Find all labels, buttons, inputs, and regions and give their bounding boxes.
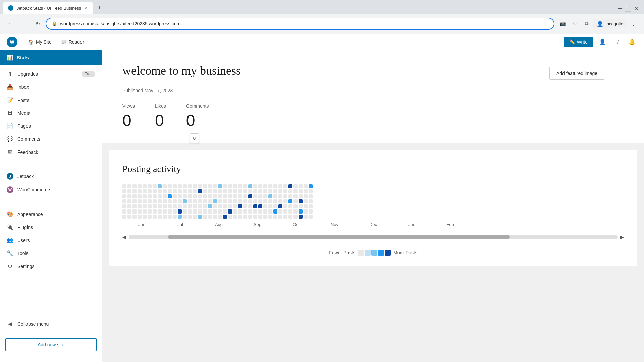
browser-menu-button[interactable]: ⋮ — [628, 18, 639, 29]
incognito-indicator: 👤 Incognito — [593, 19, 627, 28]
week-column — [253, 184, 257, 219]
day-cell — [299, 184, 303, 188]
main-layout: 📊 Stats ⬆ Upgrades Free 📥 Inbox 📝 Posts … — [0, 50, 644, 362]
sidebar-item-stats[interactable]: 📊 Stats — [0, 50, 102, 65]
day-cell — [127, 215, 131, 219]
week-column — [127, 184, 131, 219]
address-bar[interactable]: 🔒 wordpress.com/stats/insights/uifeed202… — [46, 18, 554, 30]
sidebar-item-collapse[interactable]: ◀ Collapse menu — [0, 317, 102, 333]
week-column — [138, 184, 142, 219]
day-cell — [213, 215, 217, 219]
back-button[interactable]: ← — [5, 18, 16, 29]
tab-title: Jetpack Stats ‹ UI Feed Business — [17, 6, 81, 11]
fewer-posts-label: Fewer Posts — [329, 250, 355, 255]
sidebar-item-woocommerce[interactable]: W WooCommerce — [0, 183, 102, 196]
reload-button[interactable]: ↻ — [32, 18, 43, 29]
month-jan: Jan — [392, 222, 431, 227]
help-button[interactable]: ? — [612, 37, 623, 47]
week-column — [173, 184, 177, 219]
day-cell — [138, 215, 142, 219]
scroll-track[interactable] — [129, 235, 618, 239]
sidebar-item-users[interactable]: 👥 Users — [0, 234, 102, 247]
reader-nav-item[interactable]: 📰 Reader — [57, 37, 88, 47]
user-avatar[interactable]: 👤 — [597, 37, 608, 47]
day-cell — [178, 194, 182, 198]
scroll-thumb[interactable] — [168, 235, 510, 239]
stats-label: Stats — [17, 55, 95, 60]
tab-close-button[interactable]: ✕ — [85, 6, 88, 10]
close-window-button[interactable]: ✕ — [634, 6, 639, 12]
new-tab-button[interactable]: + — [93, 2, 105, 14]
scroll-right-arrow[interactable]: ▶ — [620, 234, 624, 240]
feedback-icon: ✉ — [7, 149, 13, 155]
day-cell — [163, 194, 167, 198]
day-cell — [193, 194, 197, 198]
day-cell — [299, 215, 303, 219]
sidebar-item-upgrades[interactable]: ⬆ Upgrades Free — [0, 67, 102, 80]
url-text: wordpress.com/stats/insights/uifeed20235… — [60, 21, 548, 26]
appearance-label: Appearance — [17, 212, 95, 217]
forward-button[interactable]: → — [19, 18, 30, 29]
more-posts-label: More Posts — [393, 250, 417, 255]
bookmark-button[interactable]: ☆ — [569, 18, 580, 29]
day-cell — [278, 194, 282, 198]
sidebar-item-plugins[interactable]: 🔌 Plugins — [0, 221, 102, 234]
browser-chrome: Jetpack Stats ‹ UI Feed Business ✕ + ─ ⬜… — [0, 0, 644, 34]
legend-level-3 — [378, 250, 384, 256]
views-value: 0 — [122, 111, 135, 130]
day-cell — [243, 215, 247, 219]
week-column — [168, 184, 172, 219]
week-column — [153, 184, 157, 219]
write-button[interactable]: ✏️ Write — [564, 37, 593, 47]
day-cell — [299, 209, 303, 214]
sidebar-divider-2 — [0, 202, 102, 202]
legend-level-4 — [385, 250, 391, 256]
jetpack-icon: J — [7, 173, 13, 180]
day-cell — [238, 204, 242, 208]
week-column — [273, 184, 277, 219]
notifications-button[interactable]: 🔔 — [627, 37, 637, 47]
sidebar-item-posts[interactable]: 📝 Posts — [0, 94, 102, 107]
month-jun: Jun — [122, 222, 161, 227]
day-cell — [268, 215, 272, 219]
split-view-button[interactable]: ⧉ — [581, 18, 592, 29]
my-site-nav-item[interactable]: 🏠 My Site — [24, 37, 56, 47]
comments-icon: 💬 — [7, 136, 13, 142]
day-cell — [183, 199, 187, 203]
active-tab[interactable]: Jetpack Stats ‹ UI Feed Business ✕ — [3, 2, 93, 14]
minimize-button[interactable]: ─ — [618, 5, 622, 12]
day-cell — [228, 209, 232, 214]
maximize-button[interactable]: ⬜ — [625, 6, 632, 12]
day-cell — [288, 189, 292, 193]
sidebar-item-media[interactable]: 🖼 Media — [0, 107, 102, 119]
add-new-site-button[interactable]: Add new site — [5, 338, 97, 351]
day-cell — [293, 189, 298, 193]
sidebar-item-inbox[interactable]: 📥 Inbox — [0, 80, 102, 94]
day-cell — [173, 204, 177, 208]
inbox-label: Inbox — [17, 84, 95, 90]
scroll-left-arrow[interactable]: ◀ — [122, 234, 126, 240]
day-cell — [208, 215, 212, 219]
day-cell — [243, 199, 247, 203]
day-cell — [153, 209, 157, 214]
add-featured-image-button[interactable]: Add featured image — [549, 67, 604, 80]
week-column — [143, 184, 147, 219]
day-cell — [173, 184, 177, 188]
scrollbar-container: ◀ ▶ — [122, 230, 624, 244]
sidebar-item-comments[interactable]: 💬 Comments — [0, 132, 102, 145]
day-cell — [127, 204, 131, 208]
day-cell — [203, 184, 207, 188]
sidebar-item-appearance[interactable]: 🎨 Appearance — [0, 207, 102, 221]
week-column — [178, 184, 182, 219]
day-cell — [132, 199, 137, 203]
sidebar-item-pages[interactable]: 📄 Pages — [0, 119, 102, 132]
sidebar-item-settings[interactable]: ⚙ Settings — [0, 260, 102, 273]
day-cell — [148, 209, 152, 214]
day-cell — [163, 189, 167, 193]
sidebar-item-jetpack[interactable]: J Jetpack — [0, 170, 102, 183]
sidebar-item-tools[interactable]: 🔧 Tools — [0, 247, 102, 260]
sidebar-item-feedback[interactable]: ✉ Feedback — [0, 145, 102, 159]
wp-logo[interactable]: W — [7, 37, 17, 47]
day-cell — [248, 204, 252, 208]
camera-blocked-icon[interactable]: 📷 — [557, 18, 568, 29]
